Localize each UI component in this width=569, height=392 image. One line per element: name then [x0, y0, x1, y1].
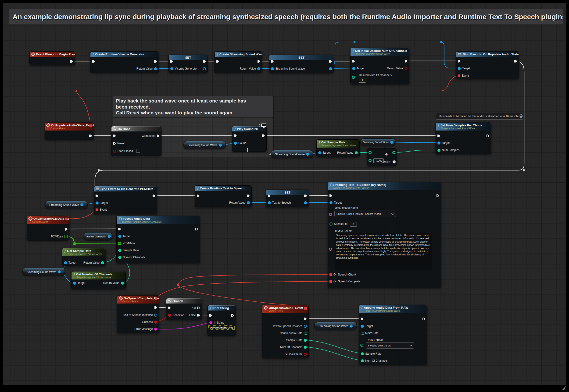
onpopulateaudiostate-event[interactable]: OnPopulateAudioState_EventCustom Event — [45, 122, 94, 140]
exec-in-pin[interactable] — [438, 135, 440, 138]
streaming-sound-wave-out-pin[interactable] — [329, 67, 332, 70]
chunk-audio-data-pin[interactable] — [304, 332, 307, 335]
exec-out-pin[interactable] — [154, 60, 157, 63]
exec-in-pin[interactable] — [458, 60, 461, 63]
blueprint-graph-canvas[interactable]: An example demonstrating lip sync during… — [3, 3, 566, 385]
reroute-node[interactable] — [440, 41, 442, 43]
create-runtime-text-to-speech[interactable]: ƒCreate Runtime Text to SpeechReturn Val… — [195, 185, 252, 207]
return-value-pin[interactable] — [101, 261, 104, 264]
get-sample-rate-1[interactable]: ƒGet Sample RateTarget is Imported Sound… — [316, 139, 360, 157]
sample-rate-pin[interactable] — [304, 339, 307, 342]
text-to-speak-input[interactable]: Streaming synthesis output begins with a… — [335, 233, 432, 270]
variable-out-pin[interactable] — [219, 144, 222, 147]
exec-out-pin[interactable] — [437, 194, 439, 197]
raw-format-pin[interactable] — [360, 344, 363, 347]
reroute-grid-node[interactable] — [75, 242, 76, 242]
target-pin[interactable] — [64, 261, 67, 264]
exec-out-pin[interactable] — [514, 60, 517, 63]
exec-out-pin[interactable] — [70, 60, 73, 63]
exec-in-pin[interactable] — [197, 195, 200, 197]
reroute-node[interactable] — [177, 284, 179, 286]
exec-in-pin[interactable] — [352, 60, 355, 63]
exec-out-pin[interactable] — [65, 228, 68, 231]
num-of-channels-pin[interactable] — [361, 359, 364, 362]
set-num-samples-per-chunk[interactable]: ƒSet Num Samples Per ChunkTarget is Impo… — [436, 122, 491, 154]
divisor-pin[interactable] — [368, 159, 372, 162]
set-initial-desired-num-of-channels[interactable]: ƒSet Initial Desired Num Of ChannelsTarg… — [350, 48, 409, 84]
process-audio-data[interactable]: ƒProcess Audio DataTarget is Runtime Vis… — [116, 216, 200, 263]
create-runtime-viseme-generator[interactable]: ƒCreate Runtime Viseme GeneratorReturn V… — [90, 51, 159, 73]
reroute-grid-node[interactable] — [73, 244, 74, 245]
exec-in-pin[interactable] — [96, 195, 98, 197]
expand-chevron-icon[interactable] — [220, 332, 220, 336]
reroute-grid-node[interactable] — [73, 242, 74, 242]
pill-streaming-sound-wave-6[interactable]: Streaming Sound Wave — [314, 322, 357, 330]
exec-out-pin[interactable] — [486, 135, 489, 138]
reroute-grid-node[interactable] — [74, 243, 75, 243]
dividend-pin[interactable] — [368, 151, 372, 154]
exec-out-pin[interactable] — [258, 60, 260, 63]
streaming-text-to-speech-by-name[interactable]: ƒStreaming Text To Speech (By Name)Targe… — [328, 182, 441, 288]
reset-pin[interactable] — [113, 142, 116, 145]
exec-out-pin[interactable] — [304, 318, 307, 321]
play-sound-2d[interactable]: ƒPlay Sound 2DSound — [232, 126, 267, 152]
sample-rate-pin[interactable] — [118, 249, 121, 252]
return-value-pin[interactable] — [355, 151, 358, 154]
pcmdata-pin[interactable] — [64, 235, 68, 238]
reroute-node[interactable] — [75, 90, 78, 92]
target-pin[interactable] — [318, 151, 321, 154]
add-pin-icon[interactable]: + — [393, 160, 396, 163]
event-blueprint-begin-play[interactable]: Event Blueprint Begin Play — [29, 51, 75, 65]
ongeneratepcmdata-event[interactable]: OnGeneratePCMData_EventCustom EventPCMDa… — [27, 216, 69, 240]
target-pin[interactable] — [118, 235, 121, 238]
pill-streaming-sound-wave-4[interactable]: Streaming Sound Wave — [45, 201, 88, 209]
reroute-grid-node[interactable] — [75, 243, 76, 243]
print-string[interactable]: ƒPrint StringIn StringDevelopment Only — [207, 305, 236, 336]
text-to-speak-pin[interactable] — [329, 248, 332, 251]
sample-rate-pin[interactable] — [361, 352, 364, 355]
false-pin[interactable] — [197, 314, 200, 317]
exec-out-pin[interactable] — [154, 306, 157, 309]
event-pin[interactable] — [458, 74, 460, 77]
onspeechcomplete-event[interactable]: OnSpeechComplete_EventCustom EventText t… — [117, 295, 159, 333]
pill-streaming-sound-wave-5[interactable]: Streaming Sound Wave — [22, 268, 65, 276]
dropdown-select[interactable]: Floating point 32-bit — [366, 342, 414, 349]
exec-out-pin[interactable] — [195, 228, 198, 231]
exec-out-pin[interactable] — [329, 60, 332, 63]
exec-out-pin[interactable] — [203, 60, 206, 63]
reroute-node[interactable] — [98, 169, 100, 171]
reroute-grid-node[interactable] — [74, 244, 75, 245]
variable-out-pin[interactable] — [108, 235, 111, 238]
delegate-pin[interactable] — [65, 218, 68, 220]
exec-in-pin[interactable] — [118, 228, 121, 231]
reroute-grid-node[interactable] — [73, 243, 74, 243]
target-pin[interactable] — [438, 141, 440, 144]
note-bubble[interactable]: This needs to be called so that audio is… — [436, 113, 523, 120]
reroute-node[interactable] — [523, 169, 525, 171]
target-pin[interactable] — [352, 67, 355, 70]
delegate-pin[interactable] — [304, 307, 307, 309]
create-streaming-sound-wave[interactable]: ƒCreate Streaming Sound WaveReturn Value — [215, 51, 262, 73]
start-closed-pin[interactable] — [113, 150, 116, 153]
variable-out-pin[interactable] — [58, 270, 61, 273]
reroute-grid-node[interactable] — [75, 244, 76, 245]
text-to-speech-in-pin[interactable] — [268, 201, 271, 204]
pcmdata-pin[interactable] — [118, 242, 121, 245]
pill-streaming-sound-wave-3[interactable]: Streaming Sound Wave — [361, 139, 396, 146]
variable-out-pin[interactable] — [390, 141, 393, 144]
exec-in-pin[interactable] — [271, 60, 274, 63]
on-speech-chunk-pin[interactable] — [330, 273, 332, 276]
exec-in-pin[interactable] — [168, 307, 171, 309]
exec-in-pin[interactable] — [216, 60, 219, 63]
exec-in-pin[interactable] — [92, 60, 95, 63]
num-of-channels-pin[interactable] — [304, 346, 307, 349]
result-pin[interactable] — [392, 151, 395, 154]
set-streaming-sound-wave[interactable]: SETStreaming Sound Wave — [269, 55, 334, 73]
target-pin[interactable] — [458, 67, 461, 70]
exec-out-pin[interactable] — [89, 135, 92, 138]
text-to-speech-out-pin[interactable] — [304, 201, 307, 204]
speaker-id-pin[interactable] — [330, 223, 333, 225]
return-value-pin[interactable] — [257, 67, 260, 70]
num-of-channels-pin[interactable] — [118, 256, 121, 259]
target-pin[interactable] — [96, 201, 99, 205]
